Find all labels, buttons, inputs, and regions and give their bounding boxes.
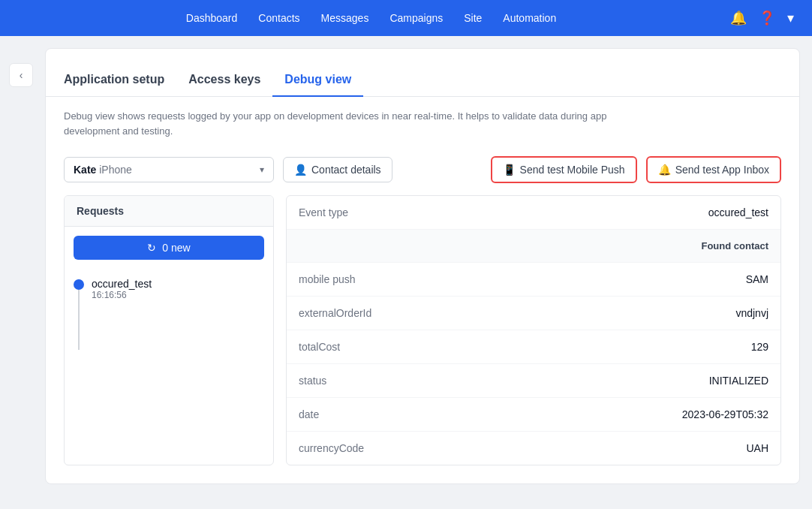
notification-icon[interactable]: 🔔: [730, 10, 747, 26]
device-name: Kate: [74, 164, 96, 176]
new-requests-button[interactable]: ↻ 0 new: [74, 236, 264, 260]
inbox-icon: 🔔: [658, 164, 671, 176]
detail-value: 2023-06-29T05:32: [484, 398, 780, 432]
sidebar-toggle-button[interactable]: ‹: [9, 63, 33, 87]
tab-access-keys[interactable]: Access keys: [176, 64, 272, 97]
nav-dashboard[interactable]: Dashboard: [177, 8, 247, 29]
detail-key: externalOrderId: [287, 297, 484, 330]
requests-body: ↻ 0 new occured_test 16:16:56: [65, 227, 273, 315]
tab-app-setup[interactable]: Application setup: [64, 64, 176, 97]
detail-value: vndjnvj: [484, 297, 780, 330]
table-row: mobile pushSAM: [287, 263, 780, 297]
table-row: totalCost129: [287, 330, 780, 364]
detail-value: INITIALIZED: [484, 364, 780, 398]
detail-value: occured_test: [484, 196, 780, 230]
detail-key: status: [287, 364, 484, 398]
device-select-dropdown[interactable]: Kate iPhone ▾: [64, 157, 274, 182]
event-info: occured_test 16:16:56: [92, 278, 152, 300]
nav-automation[interactable]: Automation: [494, 8, 565, 29]
send-app-inbox-button[interactable]: 🔔 Send test App Inbox: [646, 156, 781, 183]
details-table: Event typeoccured_testFound contactmobil…: [287, 196, 780, 465]
main-content: Application setup Access keys Debug view…: [45, 48, 800, 484]
event-item[interactable]: occured_test 16:16:56: [74, 272, 264, 306]
detail-key: Event type: [287, 196, 484, 230]
device-select-text: Kate iPhone: [74, 164, 260, 176]
nav-campaigns[interactable]: Campaigns: [380, 8, 452, 29]
table-row: date2023-06-29T05:32: [287, 398, 780, 432]
detail-value: 129: [484, 330, 780, 364]
detail-key: totalCost: [287, 330, 484, 364]
details-panel: Event typeoccured_testFound contactmobil…: [286, 195, 781, 465]
detail-value: SAM: [484, 263, 780, 297]
contact-icon: 👤: [294, 164, 307, 176]
device-subtitle: iPhone: [99, 164, 132, 176]
table-row: Found contact: [287, 230, 780, 263]
table-row: Event typeoccured_test: [287, 196, 780, 230]
table-row: currencyCodeUAH: [287, 432, 780, 465]
top-nav: Dashboard Contacts Messages Campaigns Si…: [0, 0, 812, 36]
send-app-inbox-label: Send test App Inbox: [675, 164, 769, 176]
tab-debug-view[interactable]: Debug view: [272, 64, 363, 97]
account-dropdown-icon[interactable]: ▾: [787, 10, 794, 26]
refresh-icon: ↻: [147, 242, 156, 254]
nav-contacts[interactable]: Contacts: [249, 8, 308, 29]
tab-header: Application setup Access keys Debug view: [46, 49, 799, 97]
controls-row: Kate iPhone ▾ 👤 Contact details 📱 Send t…: [46, 150, 799, 195]
two-col-layout: Requests ↻ 0 new occured_test 16:16:56: [46, 195, 799, 465]
contact-details-button[interactable]: 👤 Contact details: [283, 157, 392, 182]
table-row: statusINITIALIZED: [287, 364, 780, 398]
dropdown-chevron-icon: ▾: [260, 164, 264, 175]
send-mobile-push-button[interactable]: 📱 Send test Mobile Push: [491, 156, 637, 183]
mobile-push-icon: 📱: [503, 164, 516, 176]
event-dot: [74, 279, 84, 290]
detail-key: currencyCode: [287, 432, 484, 465]
send-mobile-push-label: Send test Mobile Push: [520, 164, 625, 176]
section-header-label: Found contact: [287, 230, 780, 263]
nav-items: Dashboard Contacts Messages Campaigns Si…: [18, 8, 724, 29]
nav-right: 🔔 ❓ ▾: [730, 10, 794, 26]
detail-key: mobile push: [287, 263, 484, 297]
requests-header: Requests: [65, 196, 273, 227]
nav-site[interactable]: Site: [455, 8, 491, 29]
detail-key: date: [287, 398, 484, 432]
table-row: externalOrderIdvndjnvj: [287, 297, 780, 330]
debug-description: Debug view shows requests logged by your…: [46, 97, 646, 150]
new-count-label: 0 new: [162, 242, 190, 254]
detail-value: UAH: [484, 432, 780, 465]
event-name: occured_test: [92, 278, 152, 290]
event-time: 16:16:56: [92, 290, 152, 300]
help-icon[interactable]: ❓: [759, 10, 775, 26]
nav-messages[interactable]: Messages: [312, 8, 378, 29]
contact-details-label: Contact details: [311, 164, 381, 176]
requests-panel: Requests ↻ 0 new occured_test 16:16:56: [64, 195, 274, 465]
chevron-left-icon: ‹: [20, 69, 23, 81]
